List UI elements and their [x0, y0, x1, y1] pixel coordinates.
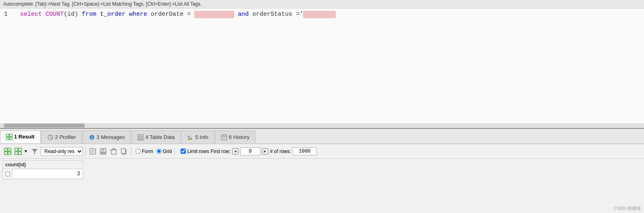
tab-info-label: 5 Info — [195, 134, 208, 140]
horizontal-scrollbar[interactable] — [0, 123, 644, 128]
limit-rows-group: Limit rows First row: ◄ ► # of rows: — [181, 147, 317, 155]
svg-rect-38 — [111, 150, 116, 154]
code-content: select COUNT(id) from t_order where orde… — [20, 11, 336, 18]
svg-rect-28 — [15, 152, 18, 155]
save-button[interactable] — [99, 147, 108, 156]
keyword-from: from — [82, 11, 96, 18]
table-name: t_order — [100, 11, 125, 18]
grid-label: Grid — [163, 149, 172, 154]
tabs-bar: 1 Result 2 Profiler i 3 Messages — [0, 129, 644, 144]
result-grid-container: count(id) 2 — [0, 159, 644, 180]
first-row-prev-button[interactable]: ◄ — [232, 148, 239, 155]
svg-rect-3 — [10, 137, 12, 140]
tab-result[interactable]: 1 Result — [0, 130, 41, 143]
row-checkbox-cell[interactable] — [3, 169, 12, 178]
table-icon — [137, 134, 144, 141]
keyword-select: select — [20, 11, 42, 18]
profiler-icon — [47, 134, 54, 141]
grid-icon — [6, 134, 12, 140]
grid-radio-label[interactable]: Grid — [156, 149, 172, 154]
svg-text:i: i — [91, 136, 92, 140]
form-label: Form — [142, 149, 153, 154]
svg-point-15 — [188, 136, 189, 137]
delete-button[interactable] — [109, 147, 118, 156]
col-orderdate: orderDate — [151, 11, 183, 18]
eq2: =' — [296, 11, 303, 18]
keyword-and: and — [238, 11, 249, 18]
tab-history-label: 6 History — [229, 134, 249, 140]
svg-text:18: 18 — [223, 137, 226, 140]
code-line-1: 1 select COUNT(id) from t_order where or… — [0, 8, 644, 18]
num-rows-label: # of rows: — [270, 149, 291, 154]
tab-messages-label: 3 Messages — [97, 134, 125, 140]
chart-icon — [187, 134, 193, 141]
svg-rect-27 — [19, 148, 21, 151]
paren-close: ) — [75, 11, 78, 18]
tab-result-label: 1 Result — [14, 134, 35, 140]
form-radio-label[interactable]: Form — [135, 149, 153, 154]
svg-rect-29 — [19, 152, 21, 155]
redacted-value-2 — [303, 11, 336, 18]
col-orderstatus: orderStatus — [252, 11, 292, 18]
keyword-where: where — [129, 11, 147, 18]
svg-text:+: + — [10, 151, 12, 155]
result-grid: count(id) 2 — [2, 160, 83, 179]
tab-tabledata[interactable]: 4 Table Data — [131, 130, 181, 143]
filter-button[interactable] — [30, 147, 39, 156]
export-button[interactable] — [88, 147, 97, 156]
tab-profiler-label: 2 Profiler — [55, 134, 76, 140]
svg-rect-44 — [121, 149, 125, 153]
svg-rect-23 — [4, 152, 7, 155]
svg-rect-36 — [102, 149, 104, 151]
info-icon: i — [89, 134, 95, 141]
svg-rect-0 — [6, 134, 9, 136]
result-toolbar: + ▼ Read-only res — [0, 144, 644, 159]
first-row-input[interactable] — [240, 147, 260, 155]
limit-rows-label: Limit rows — [187, 149, 209, 154]
scrollbar-thumb[interactable] — [4, 124, 85, 128]
svg-rect-26 — [15, 148, 18, 151]
result-mode-dropdown-arrow[interactable]: ▼ — [23, 147, 29, 156]
first-row-label: First row: — [211, 149, 231, 154]
svg-rect-2 — [6, 137, 9, 140]
bottom-panel: 1 Result 2 Profiler i 3 Messages — [0, 129, 644, 213]
func-count: COUNT — [46, 11, 64, 18]
result-mode-dropdown-group: ▼ — [14, 147, 29, 156]
add-row-button[interactable]: + — [3, 147, 12, 156]
tab-messages[interactable]: i 3 Messages — [83, 130, 131, 143]
calendar-icon: 18 — [221, 134, 227, 141]
separator-2 — [131, 147, 131, 155]
grid-header-count: count(id) — [3, 161, 83, 169]
col-id: id — [67, 11, 75, 18]
autocomplete-hint: Autocomplete: [Tab]->Next Tag. [Ctrl+Spa… — [0, 0, 644, 8]
result-mode-icon-btn[interactable] — [14, 147, 23, 156]
svg-rect-1 — [10, 134, 12, 136]
editor-area: Autocomplete: [Tab]->Next Tag. [Ctrl+Spa… — [0, 0, 644, 129]
num-rows-input[interactable] — [293, 147, 317, 155]
watermark: CSDN @後端 — [614, 205, 641, 211]
copy-button[interactable] — [120, 147, 129, 156]
svg-marker-30 — [32, 149, 37, 154]
table-row: 2 — [3, 169, 83, 179]
svg-marker-14 — [190, 136, 192, 140]
line-number: 1 — [4, 11, 20, 18]
row-value-count: 2 — [12, 171, 83, 177]
svg-rect-21 — [4, 148, 7, 151]
first-row-next-button[interactable]: ► — [262, 148, 268, 155]
result-mode-select[interactable]: Read-only res — [41, 147, 83, 156]
separator-3 — [175, 147, 175, 155]
svg-marker-13 — [188, 137, 190, 140]
tab-profiler[interactable]: 2 Profiler — [41, 130, 82, 143]
form-radio[interactable] — [135, 149, 141, 154]
view-mode-group: Form Grid — [135, 149, 172, 154]
row-checkbox[interactable] — [5, 172, 10, 176]
grid-radio[interactable] — [156, 149, 162, 154]
tab-info[interactable]: 5 Info — [181, 130, 214, 143]
limit-rows-checkbox[interactable] — [181, 149, 186, 154]
paren-open: ( — [64, 11, 67, 18]
tab-history[interactable]: 18 6 History — [215, 130, 256, 143]
tab-tabledata-label: 4 Table Data — [145, 134, 175, 140]
redacted-value-1 — [194, 11, 234, 18]
svg-rect-37 — [101, 151, 106, 154]
separator-1 — [85, 147, 86, 155]
